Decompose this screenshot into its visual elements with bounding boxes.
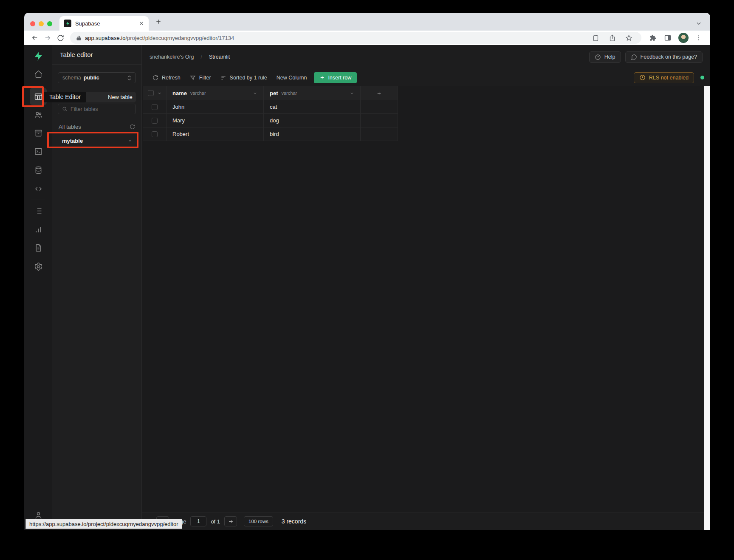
browser-menu-kebab-icon[interactable] <box>692 34 706 41</box>
table-row[interactable]: Mary dog <box>143 114 398 127</box>
table-name: mytable <box>62 138 83 144</box>
funnel-icon <box>190 75 196 81</box>
row-checkbox[interactable] <box>152 104 158 110</box>
sidebar-item-authentication[interactable] <box>30 106 47 123</box>
select-stepper-icon <box>127 75 131 81</box>
sidebar-item-sql-editor[interactable] <box>30 143 47 160</box>
insert-row-button[interactable]: Insert row <box>314 72 357 83</box>
row-checkbox[interactable] <box>152 118 158 124</box>
sidebar-item-database[interactable] <box>30 161 47 178</box>
schema-label: schema <box>62 75 81 81</box>
minimize-window-button[interactable] <box>39 21 44 26</box>
chevron-down-icon[interactable] <box>157 91 162 96</box>
all-tables-label: All tables <box>59 124 81 130</box>
feedback-button[interactable]: Feedback on this page? <box>625 51 703 63</box>
grid-toolbar: Refresh Filter Sorted by 1 rule New Colu… <box>142 69 710 86</box>
sidebar-table-mytable[interactable]: mytable <box>58 134 136 147</box>
forward-button[interactable] <box>41 32 54 44</box>
chevron-down-icon[interactable] <box>127 138 133 143</box>
tab-title: Supabase <box>75 20 135 27</box>
main-content: snehankekre's Org / Streamlit Help F <box>142 45 710 530</box>
page-size-selector[interactable]: 100 rows <box>244 516 273 526</box>
share-icon[interactable] <box>606 34 619 42</box>
pagination-footer: Page of 1 100 rows 3 records <box>142 512 710 530</box>
empty-cell <box>361 127 398 141</box>
column-menu-chevron-icon[interactable] <box>350 91 354 96</box>
filter-tables-box <box>58 104 136 114</box>
supabase-favicon <box>64 20 71 27</box>
table-row[interactable]: John cat <box>143 100 398 114</box>
select-all-checkbox[interactable] <box>148 90 154 96</box>
side-panel-icon[interactable] <box>660 34 675 42</box>
sidebar-item-settings[interactable] <box>30 258 47 275</box>
refresh-tables-icon[interactable] <box>130 124 135 130</box>
schema-select[interactable]: schema public <box>58 72 136 83</box>
rail-divider <box>31 200 45 200</box>
sidebar-item-storage[interactable] <box>30 124 47 141</box>
column-header-pet[interactable]: pet varchar <box>264 86 361 100</box>
next-page-button[interactable] <box>224 516 237 526</box>
alert-circle-icon <box>639 74 646 81</box>
reload-button[interactable] <box>54 32 67 44</box>
cell-name[interactable]: John <box>167 100 264 113</box>
supabase-logo[interactable] <box>30 48 47 65</box>
address-bar[interactable]: app.supabase.io/project/pldexcuqrnyedang… <box>70 32 641 44</box>
breadcrumb-org[interactable]: snehankekre's Org <box>150 54 194 60</box>
refresh-button[interactable]: Refresh <box>148 72 185 83</box>
tab-overview-chevron-icon[interactable] <box>696 20 702 26</box>
rls-warning-badge[interactable]: RLS not enabled <box>634 72 694 83</box>
plus-icon <box>319 75 325 80</box>
cell-name[interactable]: Robert <box>167 127 264 141</box>
new-column-button[interactable]: New Column <box>272 72 312 83</box>
page-number-input[interactable] <box>190 516 206 526</box>
sort-button[interactable]: Sorted by 1 rule <box>216 72 272 83</box>
tab-close-icon[interactable] <box>138 20 144 26</box>
empty-cell <box>361 114 398 127</box>
column-header-name[interactable]: name varchar <box>167 86 264 100</box>
row-checkbox[interactable] <box>152 131 158 137</box>
all-tables-header: All tables <box>58 124 136 130</box>
browser-window: Supabase app.supabase.io/project/pldexcu… <box>24 13 710 530</box>
maximize-window-button[interactable] <box>47 21 52 26</box>
cell-pet[interactable]: cat <box>264 100 361 113</box>
sidebar-item-api[interactable] <box>30 180 47 197</box>
lock-icon <box>76 35 82 41</box>
sidebar-item-docs[interactable] <box>30 239 47 256</box>
add-column-header[interactable] <box>361 86 398 100</box>
browser-tab[interactable]: Supabase <box>59 16 149 31</box>
page-scrollbar[interactable] <box>704 86 710 530</box>
sidebar-item-logs[interactable] <box>30 202 47 219</box>
breadcrumb-project[interactable]: Streamlit <box>209 54 230 60</box>
new-tab-button[interactable] <box>155 18 162 25</box>
empty-cell <box>361 100 398 113</box>
search-icon <box>62 106 68 112</box>
panel-title: Table editor <box>52 45 141 65</box>
column-menu-chevron-icon[interactable] <box>253 91 257 96</box>
filter-button[interactable]: Filter <box>185 72 216 83</box>
close-window-button[interactable] <box>30 21 35 26</box>
back-button[interactable] <box>28 32 41 44</box>
browser-toolbar: app.supabase.io/project/pldexcuqrnyedang… <box>24 31 710 45</box>
profile-avatar[interactable] <box>678 33 689 43</box>
table-row[interactable]: Robert bird <box>143 127 398 141</box>
sidebar-item-reports[interactable] <box>30 221 47 238</box>
help-button[interactable]: Help <box>589 51 621 63</box>
schema-value: public <box>84 75 99 81</box>
page-count-label: of 1 <box>211 518 220 525</box>
table-editor-panel: Table editor schema public New table <box>52 45 142 530</box>
grid-area: name varchar pet varchar <box>142 86 710 512</box>
cell-pet[interactable]: bird <box>264 127 361 141</box>
page-url: app.supabase.io/project/pldexcuqrnyedang… <box>85 35 234 41</box>
nav-rail <box>24 45 52 530</box>
bookmark-star-icon[interactable] <box>622 34 635 42</box>
cell-pet[interactable]: dog <box>264 114 361 127</box>
supabase-app: Table editor schema public New table <box>24 45 710 530</box>
extensions-puzzle-icon[interactable] <box>645 34 660 42</box>
cell-name[interactable]: Mary <box>167 114 264 127</box>
connection-status-dot <box>700 76 704 79</box>
sidebar-item-home[interactable] <box>30 65 47 82</box>
save-address-icon[interactable] <box>589 34 602 42</box>
sort-list-icon <box>220 75 226 81</box>
filter-tables-input[interactable] <box>71 106 132 112</box>
page-header: snehankekre's Org / Streamlit Help F <box>142 45 710 69</box>
